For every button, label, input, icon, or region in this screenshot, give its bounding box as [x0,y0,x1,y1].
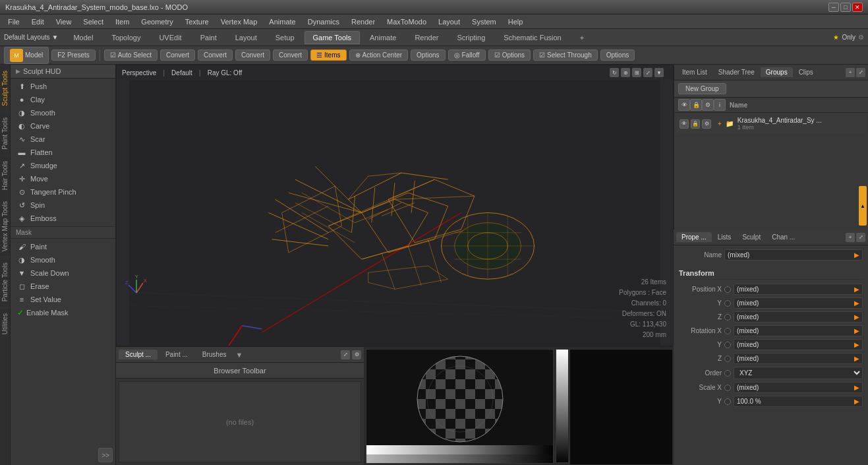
tool-emboss[interactable]: ◈ Emboss [11,212,115,225]
maximize-button[interactable]: □ [840,3,851,12]
group-eye-btn[interactable]: 👁 [680,119,689,129]
minimize-button[interactable]: ─ [828,3,839,12]
props-rotx-value[interactable]: (mixed) ▶ [734,325,863,336]
expand-button[interactable]: >> [98,448,113,462]
props-order-select[interactable]: XYZ [734,367,863,379]
settings-icon[interactable]: ⚙ [858,34,864,41]
tool-set-value[interactable]: ≡ Set Value [11,293,115,306]
brushes-dropdown-icon[interactable]: ▼ [236,351,243,359]
falloff-button[interactable]: ◎ Falloff [448,49,486,61]
menu-view[interactable]: View [51,16,77,27]
tab-setup[interactable]: Setup [267,31,303,44]
rp-tab-shadertree[interactable]: Shader Tree [713,67,760,77]
rp-expand-icon[interactable]: ⤢ [856,68,865,77]
group-lock-btn[interactable]: 🔒 [691,119,700,129]
sculpt-tab-brushes[interactable]: Brushes [196,350,233,359]
props-tab-lists[interactable]: Lists [712,232,737,242]
props-posx-value[interactable]: (mixed) ▶ [734,284,863,295]
tool-erase[interactable]: ◻ Erase [11,280,115,293]
vp-rotate-icon[interactable]: ↻ [610,68,619,77]
vtab-sculpt-tools[interactable]: Sculpt Tools [0,65,10,111]
menu-texture[interactable]: Texture [180,16,214,27]
vtab-particle-tools[interactable]: Particle Tools [0,257,10,307]
menu-maxtomodo[interactable]: MaxToModo [382,16,432,27]
convert-button-3[interactable]: Convert [235,49,270,61]
layouts-dropdown-icon[interactable]: ▼ [52,34,59,41]
vp-menu-icon[interactable]: ▼ [654,68,664,77]
menu-item[interactable]: Item [110,16,134,27]
tab-layout[interactable]: Layout [227,31,266,44]
props-tab-properties[interactable]: Prope ... [676,232,712,242]
props-rotz-value[interactable]: (mixed) ▶ [734,353,863,364]
rp-gear-btn[interactable]: ⚙ [702,99,714,111]
tab-paint[interactable]: Paint [192,31,225,44]
tool-flatten[interactable]: ▬ Flatten [11,146,115,159]
tool-clay[interactable]: ● Clay [11,93,115,106]
menu-render[interactable]: Render [346,16,380,27]
rp-tab-itemlist[interactable]: Item List [677,67,712,77]
props-name-value[interactable]: (mixed) ▶ [724,249,863,261]
props-roty-value[interactable]: (mixed) ▶ [734,339,863,350]
tool-tangent-pinch[interactable]: ⊙ Tangent Pinch [11,185,115,199]
rp-lock-btn[interactable]: 🔒 [690,99,702,111]
props-tab-sculpt[interactable]: Sculpt [737,232,766,242]
tab-schematic[interactable]: Schematic Fusion [495,31,569,44]
bottom-settings-icon[interactable]: ⚙ [352,350,361,359]
sculpt-tab-paint[interactable]: Paint ... [159,350,194,359]
vp-zoom-icon[interactable]: ⊕ [621,68,630,77]
props-posy-value[interactable]: (mixed) ▶ [734,297,863,309]
main-viewport[interactable]: Perspective | Default | Ray GL: Off ↻ ⊕ … [116,65,674,346]
props-posz-value[interactable]: (mixed) ▶ [734,311,863,323]
tool-push[interactable]: ⬆ Push [11,80,115,93]
props-roty-radio[interactable] [724,342,731,348]
tab-topology[interactable]: Topology [103,31,149,44]
hud-collapse-icon[interactable]: ▶ [16,68,20,75]
menu-dynamics[interactable]: Dynamics [303,16,345,27]
options-button-3[interactable]: Options [600,49,635,61]
vp-fit-icon[interactable]: ⊞ [632,68,641,77]
rp-add-icon[interactable]: + [846,68,855,77]
presets-button[interactable]: F2 Presets [51,49,96,61]
vp-fullscreen-icon[interactable]: ⤢ [643,68,652,77]
vtab-hair-tools[interactable]: Hair Tools [0,155,10,195]
rp-tab-clips[interactable]: Clips [794,67,819,77]
tool-smudge[interactable]: ↗ Smudge [11,159,115,172]
bottom-expand-icon[interactable]: ⤢ [341,350,350,359]
tool-spin[interactable]: ↺ Spin [11,199,115,212]
convert-button-1[interactable]: Convert [160,49,195,61]
props-rotz-radio[interactable] [724,356,731,362]
tool-move[interactable]: ✛ Move [11,172,115,185]
model-toggle-button[interactable]: M Model [4,47,49,64]
sculpt-tab-sculpt[interactable]: Sculpt ... [119,350,158,359]
tool-carve[interactable]: ◐ Carve [11,119,115,133]
group-item-krasukha[interactable]: 👁 🔒 ⚙ + 📁 Krasukha_4_Antiradar_Sy ... 1 … [676,114,867,133]
tool-enable-mask[interactable]: ✓ Enable Mask [11,306,115,319]
menu-vertexmap[interactable]: Vertex Map [216,16,263,27]
menu-help[interactable]: Help [503,16,529,27]
tab-animate[interactable]: Animate [361,31,405,44]
tool-scar[interactable]: ∿ Scar [11,133,115,146]
tool-smooth[interactable]: ◑ Smooth [11,106,115,119]
menu-select[interactable]: Select [78,16,109,27]
tab-gametools[interactable]: Game Tools [304,31,361,44]
props-rotx-radio[interactable] [724,328,731,334]
props-tab-channels[interactable]: Chan ... [767,232,800,242]
props-posy-radio[interactable] [724,300,731,307]
menu-system[interactable]: System [467,16,502,27]
rp-info-btn[interactable]: i [714,99,726,111]
vtab-utilities[interactable]: Utilities [0,307,10,340]
tool-scale-down[interactable]: ▼ Scale Down [11,266,115,280]
group-gear-btn[interactable]: ⚙ [702,119,711,129]
menu-edit[interactable]: Edit [26,16,49,27]
action-center-button[interactable]: ⊕ Action Center [349,49,409,61]
tab-render[interactable]: Render [406,31,447,44]
menu-geometry[interactable]: Geometry [136,16,178,27]
menu-file[interactable]: File [3,16,25,27]
convert-button-4[interactable]: Convert [273,49,308,61]
new-group-button[interactable]: New Group [678,83,726,94]
props-order-radio[interactable] [724,370,731,377]
orange-arrow-up[interactable]: ▲ [859,186,867,226]
tab-model[interactable]: Model [65,31,101,44]
props-add-icon[interactable]: + [846,233,855,242]
tab-uvedit[interactable]: UVEdit [150,31,190,44]
